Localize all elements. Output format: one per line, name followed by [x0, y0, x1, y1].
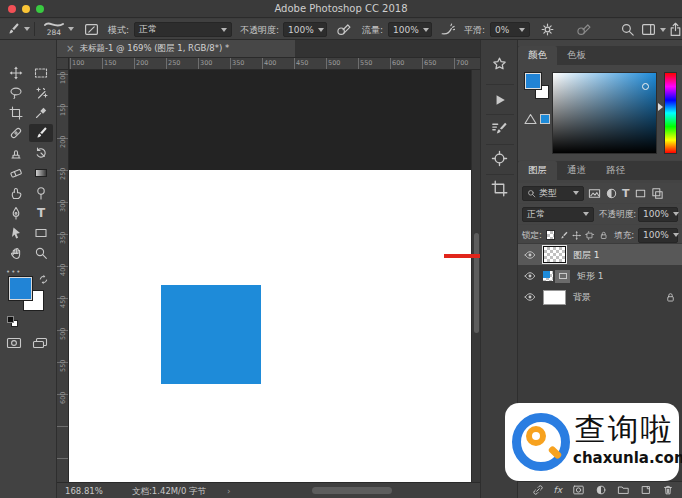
quick-mask-button[interactable] [6, 336, 22, 350]
eye-icon[interactable] [524, 270, 536, 282]
adjustment-filter-icon[interactable] [605, 187, 618, 200]
size-pressure-button[interactable] [576, 22, 591, 37]
lock-transparency-icon[interactable] [546, 230, 555, 240]
lock-position-icon[interactable] [572, 230, 581, 241]
foreground-color-swatch[interactable] [9, 277, 32, 300]
adjustment-layer-icon[interactable] [595, 484, 607, 496]
eye-icon[interactable] [524, 291, 536, 303]
tab-color[interactable]: 颜色 [518, 46, 557, 65]
opacity-pressure-button[interactable] [336, 22, 351, 37]
pen-tool[interactable] [4, 204, 28, 222]
clone-source-panel-button[interactable] [491, 150, 508, 167]
brush-settings-panel-button[interactable] [491, 120, 508, 137]
layer-row-layer1[interactable]: 图层 1 [518, 244, 682, 265]
zoom-level-field[interactable]: 168.81% [65, 485, 103, 497]
pixel-filter-icon[interactable] [588, 187, 601, 200]
layer-row-rect1[interactable]: 矩形 1 [518, 266, 682, 286]
lock-pixels-brush-icon[interactable] [559, 230, 568, 241]
smoothing-options-button[interactable] [540, 22, 555, 37]
hue-slider[interactable] [664, 72, 677, 154]
gamut-warning-icon[interactable] [524, 113, 537, 125]
type-tool[interactable]: T [29, 204, 53, 222]
brush-size-picker[interactable]: 284 [44, 20, 74, 37]
swap-colors-button[interactable] [38, 274, 49, 285]
screen-mode-button[interactable] [32, 336, 48, 350]
layer-filter-select[interactable]: 类型 [522, 186, 584, 201]
shape-layer-thumbnail[interactable] [543, 271, 553, 281]
blend-mode-select[interactable]: 正常 [522, 207, 594, 222]
dodge-tool[interactable] [29, 184, 53, 202]
document-canvas[interactable] [69, 170, 471, 482]
brush-tool-preset[interactable] [6, 22, 30, 36]
toggle-brush-panel-button[interactable] [84, 22, 99, 37]
layer-row-background[interactable]: 背景 [518, 287, 682, 307]
new-layer-icon[interactable] [640, 484, 652, 496]
tab-layers[interactable]: 图层 [518, 161, 557, 180]
default-colors-button[interactable] [7, 316, 18, 327]
eyedropper-tool[interactable] [29, 104, 53, 122]
layer-thumbnail[interactable] [543, 290, 566, 305]
new-group-folder-icon[interactable] [617, 484, 630, 496]
color-field-marker[interactable] [642, 83, 649, 90]
move-tool[interactable] [4, 64, 28, 82]
layer-thumbnail[interactable] [543, 246, 566, 263]
toolbar-overflow-button[interactable]: ••• [6, 268, 21, 276]
tab-swatches[interactable]: 色板 [557, 46, 596, 65]
crop-tool[interactable] [4, 104, 28, 122]
properties-panel-button[interactable] [491, 180, 508, 197]
spot-healing-tool[interactable] [4, 124, 28, 142]
gradient-tool[interactable] [29, 164, 53, 182]
actions-panel-button[interactable] [492, 92, 508, 108]
vertical-scrollbar[interactable] [471, 70, 480, 482]
eraser-tool[interactable] [4, 164, 28, 182]
history-brush-tool[interactable] [29, 144, 53, 162]
search-button[interactable] [620, 22, 635, 37]
smoothing-field[interactable]: 0% [490, 22, 530, 37]
lock-artboard-icon[interactable] [585, 230, 594, 241]
opacity-field[interactable]: 100% [283, 22, 327, 37]
clone-stamp-tool[interactable] [4, 144, 28, 162]
color-field[interactable] [552, 72, 657, 154]
workspace-switcher[interactable] [641, 22, 666, 37]
shapes-panel-button[interactable] [491, 56, 508, 73]
type-filter-icon[interactable]: T [622, 188, 630, 199]
layer-name[interactable]: 背景 [573, 291, 658, 303]
mode-select[interactable]: 正常 [134, 22, 232, 37]
horizontal-scrollbar-thumb[interactable] [312, 487, 392, 494]
lasso-tool[interactable] [4, 84, 28, 102]
layer-style-fx-icon[interactable]: fx [554, 485, 563, 495]
add-mask-icon[interactable] [572, 484, 585, 496]
rectangle-tool[interactable] [29, 224, 53, 242]
zoom-tool[interactable] [29, 244, 53, 262]
smudge-tool[interactable] [4, 184, 28, 202]
shape-filter-icon[interactable] [634, 187, 647, 200]
vertical-scrollbar-thumb[interactable] [474, 233, 479, 333]
close-tab-icon[interactable]: × [66, 43, 74, 54]
path-selection-tool[interactable] [4, 224, 28, 242]
layer-name[interactable]: 图层 1 [573, 249, 600, 261]
tab-channels[interactable]: 通道 [557, 161, 596, 180]
canvas-viewport[interactable] [69, 70, 471, 482]
status-chevron[interactable]: › [227, 485, 231, 497]
fill-field[interactable]: 100% [638, 228, 678, 243]
document-tab[interactable]: × 未标题-1 @ 169% (图层 1, RGB/8*) * [57, 40, 295, 57]
web-safe-color-swatch[interactable] [540, 114, 550, 124]
share-button[interactable] [668, 22, 682, 37]
tab-paths[interactable]: 路径 [596, 161, 635, 180]
delete-layer-trash-icon[interactable] [662, 484, 674, 496]
layers-opacity-field[interactable]: 100% [638, 207, 678, 222]
marquee-tool[interactable] [29, 64, 53, 82]
link-layers-icon[interactable] [532, 484, 544, 496]
smart-object-filter-icon[interactable] [651, 187, 664, 200]
airbrush-button[interactable] [440, 22, 455, 37]
vector-mask-thumbnail[interactable] [555, 270, 570, 283]
brush-tool[interactable] [29, 124, 53, 142]
eye-icon[interactable] [524, 249, 536, 261]
lock-all-icon[interactable] [599, 230, 608, 241]
layer-name[interactable]: 矩形 1 [577, 270, 604, 282]
magic-wand-tool[interactable] [29, 84, 53, 102]
panel-foreground-swatch[interactable] [525, 73, 541, 89]
ruler-corner[interactable] [57, 58, 69, 70]
flow-field[interactable]: 100% [388, 22, 432, 37]
hand-tool[interactable] [4, 244, 28, 262]
